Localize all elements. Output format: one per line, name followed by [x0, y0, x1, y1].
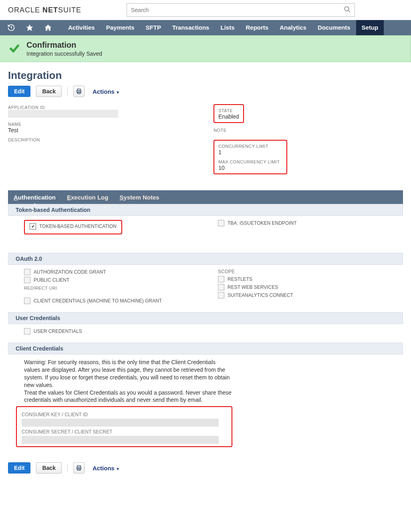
tba-highlight: TOKEN-BASED AUTHENTICATION: [24, 220, 122, 234]
check-icon: [8, 42, 21, 56]
restlets-label: RESTLETS: [228, 276, 252, 282]
oauth-section-header: OAuth 2.0: [8, 253, 403, 265]
client-cred-section-header: Client Credentials: [8, 343, 403, 355]
app-id-value-hidden: [8, 110, 118, 118]
nav-activities[interactable]: Activities: [62, 20, 101, 35]
actions-menu[interactable]: Actions▼: [93, 88, 120, 95]
page-title: Integration: [8, 69, 403, 82]
max-concurrency-label: MAX CONCURRENCY LIMIT: [218, 159, 282, 164]
auth-code-checkbox[interactable]: [24, 269, 30, 275]
state-highlight: STATE Enabled: [214, 104, 244, 123]
tba-label: TOKEN-BASED AUTHENTICATION: [39, 224, 117, 229]
svg-marker-2: [26, 24, 33, 31]
scope-label: SCOPE: [218, 269, 396, 274]
confirmation-subtitle: Integration successfully Saved: [26, 50, 102, 57]
nav-setup[interactable]: Setup: [356, 20, 384, 35]
user-cred-section-header: User Credentials: [8, 312, 403, 324]
tab-execution-log[interactable]: Execution Log: [67, 194, 108, 201]
rest-ws-label: REST WEB SERVICES: [228, 284, 278, 290]
svg-line-1: [348, 10, 350, 12]
nav-transactions[interactable]: Transactions: [167, 20, 215, 35]
public-client-checkbox[interactable]: [24, 277, 30, 283]
home-icon[interactable]: [44, 24, 52, 32]
client-cred-grant-label: CLIENT CREDENTIALS (MACHINE TO MACHINE) …: [34, 298, 162, 304]
tba-issuetoken-checkbox[interactable]: [218, 220, 224, 226]
client-cred-highlight: CONSUMER KEY / CLIENT ID CONSUMER SECRET…: [16, 406, 232, 447]
client-cred-warning-2: Treat the values for Client Credentials …: [24, 389, 232, 404]
auth-code-label: AUTHORIZATION CODE GRANT: [34, 269, 106, 275]
app-id-label: APPLICATION ID: [8, 105, 197, 110]
nav-sftp[interactable]: SFTP: [140, 20, 167, 35]
tab-authentication[interactable]: Authentication: [14, 194, 56, 201]
name-value: Test: [8, 127, 197, 133]
tab-system-notes[interactable]: System Notes: [119, 194, 159, 201]
public-client-label: PUBLIC CLIENT: [34, 277, 69, 283]
subtabs: Authentication Execution Log System Note…: [8, 190, 403, 204]
description-label: DESCRIPTION: [8, 137, 197, 142]
back-button[interactable]: Back: [36, 86, 61, 97]
nav-payments[interactable]: Payments: [101, 20, 140, 35]
user-cred-label: USER CREDENTIALS: [34, 328, 82, 334]
consumer-secret-label: CONSUMER SECRET / CLIENT SECRET: [22, 429, 227, 435]
edit-button[interactable]: Edit: [8, 86, 30, 97]
concurrency-label: CONCURRENCY LIMIT: [218, 144, 282, 149]
main-nav: Activities Payments SFTP Transactions Li…: [0, 20, 411, 35]
print-icon[interactable]: [73, 86, 85, 97]
note-label: NOTE: [214, 128, 403, 133]
logo: ORACLE NETSUITE: [8, 6, 81, 14]
print-icon-bottom[interactable]: [73, 462, 85, 474]
recent-icon[interactable]: [7, 24, 15, 32]
confirmation-title: Confirmation: [26, 40, 102, 50]
svg-point-0: [345, 7, 349, 11]
suiteanalytics-label: SUITEANALYTICS CONNECT: [228, 292, 293, 298]
consumer-key-value-hidden: [22, 419, 219, 427]
nav-analytics[interactable]: Analytics: [274, 20, 312, 35]
max-concurrency-value: 10: [218, 165, 282, 171]
restlets-checkbox[interactable]: [218, 276, 224, 282]
toolbar-separator: [67, 87, 68, 96]
nav-lists[interactable]: Lists: [215, 20, 240, 35]
client-cred-grant-checkbox[interactable]: [24, 298, 30, 304]
search-input[interactable]: [127, 3, 355, 17]
rest-ws-checkbox[interactable]: [218, 284, 224, 290]
tba-checkbox[interactable]: [30, 223, 36, 230]
tba-issuetoken-label: TBA: ISSUETOKEN ENDPOINT: [228, 220, 296, 226]
concurrency-highlight: CONCURRENCY LIMIT 1 MAX CONCURRENCY LIMI…: [214, 140, 287, 174]
back-button-bottom[interactable]: Back: [36, 462, 61, 474]
concurrency-value: 1: [218, 149, 282, 155]
edit-button-bottom[interactable]: Edit: [8, 462, 30, 474]
consumer-secret-value-hidden: [22, 436, 219, 444]
name-label: NAME: [8, 122, 197, 127]
nav-reports[interactable]: Reports: [240, 20, 274, 35]
redirect-uri-label: REDIRECT URI: [24, 286, 202, 290]
confirmation-banner: Confirmation Integration successfully Sa…: [0, 35, 411, 62]
toolbar-separator-bottom: [67, 463, 68, 472]
search-icon[interactable]: [344, 6, 351, 14]
suiteanalytics-checkbox[interactable]: [218, 292, 224, 298]
nav-documents[interactable]: Documents: [312, 20, 356, 35]
state-value: Enabled: [218, 113, 239, 120]
consumer-key-label: CONSUMER KEY / CLIENT ID: [22, 412, 227, 417]
tba-section-header: Token-based Authentication: [8, 204, 403, 216]
actions-menu-bottom[interactable]: Actions▼: [93, 465, 120, 472]
state-label: STATE: [218, 108, 239, 113]
star-icon[interactable]: [26, 24, 34, 32]
user-cred-checkbox[interactable]: [24, 328, 30, 335]
client-cred-warning-1: Warning: For security reasons, this is t…: [24, 359, 232, 389]
